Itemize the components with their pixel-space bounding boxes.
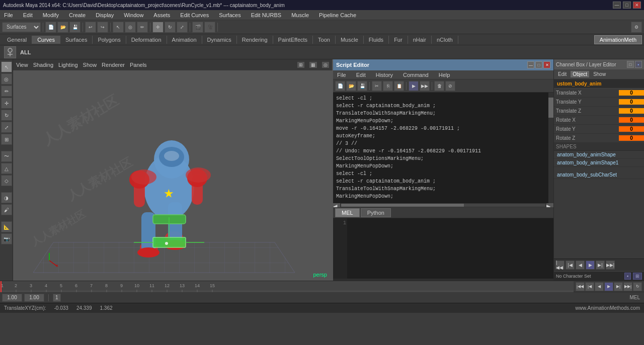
viewport[interactable]: View Shading Lighting Show Renderer Pane… bbox=[13, 59, 332, 281]
menu-modify[interactable]: Modify bbox=[41, 12, 61, 18]
se-copy-btn[interactable]: ⎘ bbox=[383, 81, 393, 91]
cb-translate-y-value[interactable]: 0 bbox=[619, 99, 644, 105]
menu-pipeline[interactable]: Pipeline Cache bbox=[317, 12, 358, 18]
menu-window[interactable]: Window bbox=[122, 12, 145, 18]
mode-dropdown[interactable]: Surfaces Polygons Animation Rendering bbox=[2, 22, 41, 32]
select-button[interactable]: ↖ bbox=[113, 22, 124, 33]
se-open-btn[interactable]: 📂 bbox=[346, 81, 356, 91]
menu-editnurbs[interactable]: Edit NURBS bbox=[249, 12, 284, 18]
select-tool-btn[interactable]: ↖ bbox=[1, 61, 12, 72]
step-back-btn[interactable]: |◀ bbox=[585, 282, 594, 291]
menu-assets[interactable]: Assets bbox=[151, 12, 172, 18]
se-scrollbar[interactable] bbox=[548, 93, 553, 203]
vp-lighting-menu[interactable]: Lighting bbox=[58, 62, 78, 68]
menu-edit[interactable]: Edit bbox=[21, 12, 35, 18]
menu-editcurves[interactable]: Edit Curves bbox=[178, 12, 211, 18]
cb-charset-icon[interactable]: ▪ bbox=[624, 273, 631, 280]
redo-button[interactable]: ↪ bbox=[97, 22, 108, 33]
universal-manip-btn[interactable]: ⊞ bbox=[1, 134, 12, 145]
vp-panels-menu[interactable]: Panels bbox=[130, 62, 147, 68]
step-fwd-btn[interactable]: ▶| bbox=[614, 282, 623, 291]
close-button[interactable]: ✕ bbox=[633, 2, 641, 9]
se-menu-edit[interactable]: Edit bbox=[354, 72, 368, 78]
scale-tool-btn[interactable]: ⤢ bbox=[1, 122, 12, 133]
cb-rotate-z-value[interactable]: 0 bbox=[619, 135, 644, 141]
minimize-button[interactable]: — bbox=[613, 2, 621, 9]
menu-display[interactable]: Display bbox=[94, 12, 116, 18]
se-menu-file[interactable]: File bbox=[335, 72, 348, 78]
se-code-input[interactable] bbox=[347, 218, 553, 279]
cb-step-fwd-btn[interactable]: ▶| bbox=[596, 261, 605, 270]
vp-renderer-menu[interactable]: Renderer bbox=[102, 62, 125, 68]
lasso-button[interactable]: ◎ bbox=[125, 22, 136, 33]
menu-surfaces[interactable]: Surfaces bbox=[217, 12, 243, 18]
tab-fur[interactable]: Fur bbox=[389, 36, 408, 44]
menu-create[interactable]: Create bbox=[67, 12, 88, 18]
cb-play-fwd-btn[interactable]: ▶ bbox=[586, 261, 595, 270]
rotate-tool-btn[interactable]: ↻ bbox=[1, 110, 12, 121]
start-frame-input[interactable] bbox=[2, 294, 22, 302]
se-exec-btn[interactable]: ▶ bbox=[409, 81, 419, 91]
se-save-btn[interactable]: 💾 bbox=[357, 81, 367, 91]
vp-icon-3[interactable]: ◎ bbox=[322, 62, 329, 68]
new-scene-button[interactable]: 📄 bbox=[45, 22, 56, 33]
se-paste-btn[interactable]: 📋 bbox=[394, 81, 404, 91]
end-frame-input[interactable] bbox=[24, 294, 44, 302]
viewport-canvas[interactable]: ★ persp Y X bbox=[13, 70, 332, 281]
se-clear-btn[interactable]: 🗑 bbox=[434, 81, 444, 91]
paint-btn[interactable]: 🖌 bbox=[1, 204, 12, 215]
cb-step-back-btn[interactable]: |◀ bbox=[566, 261, 575, 270]
skip-start-btn[interactable]: |◀◀ bbox=[576, 282, 585, 291]
vp-icon-1[interactable]: ⊞ bbox=[297, 62, 304, 68]
cb-btn-2[interactable]: ▪ bbox=[635, 61, 642, 68]
cb-skip-start-btn[interactable]: |◀◀ bbox=[555, 261, 565, 270]
se-hscroll[interactable]: ◀ ▶ bbox=[333, 203, 553, 207]
tab-curves[interactable]: Curves bbox=[32, 36, 60, 44]
cb-translate-z-value[interactable]: 0 bbox=[619, 108, 644, 114]
sculpt-btn[interactable]: ◑ bbox=[1, 192, 12, 203]
tab-paintfx[interactable]: PaintEffects bbox=[273, 36, 313, 44]
cb-play-back-btn[interactable]: ◀ bbox=[576, 261, 585, 270]
lasso-tool-btn[interactable]: ◎ bbox=[1, 73, 12, 84]
tab-nhair[interactable]: nHair bbox=[408, 36, 432, 44]
play-back-btn[interactable]: ◀ bbox=[595, 282, 604, 291]
ipr-button[interactable]: 🎥 bbox=[204, 22, 215, 33]
cb-rotate-x-value[interactable]: 0 bbox=[619, 117, 644, 123]
se-scrollbar-thumb[interactable] bbox=[548, 98, 553, 118]
settings-button[interactable]: ⚙ bbox=[631, 22, 642, 33]
save-button[interactable]: 💾 bbox=[69, 22, 80, 33]
open-button[interactable]: 📂 bbox=[57, 22, 68, 33]
se-menu-command[interactable]: Command bbox=[401, 72, 431, 78]
poly-btn[interactable]: △ bbox=[1, 163, 12, 174]
se-new-btn[interactable]: 📄 bbox=[335, 81, 345, 91]
tab-muscle[interactable]: Muscle bbox=[336, 36, 364, 44]
cb-node-3[interactable]: anatom_body_subCharSet bbox=[554, 171, 644, 179]
se-clear-hist-btn[interactable]: ⊘ bbox=[445, 81, 455, 91]
scale-button[interactable]: ⤢ bbox=[177, 22, 188, 33]
rotate-button[interactable]: ↻ bbox=[165, 22, 176, 33]
cb-tab-object[interactable]: Object bbox=[571, 71, 589, 77]
cb-tab-edit[interactable]: Edit bbox=[556, 71, 569, 77]
vp-icon-2[interactable]: ▦ bbox=[309, 62, 317, 68]
tab-animationmeth[interactable]: AnimationMeth bbox=[594, 35, 642, 44]
tab-surfaces[interactable]: Surfaces bbox=[60, 36, 93, 44]
se-hscroll-thumb[interactable] bbox=[341, 204, 464, 207]
vp-shading-menu[interactable]: Shading bbox=[33, 62, 53, 68]
tab-dynamics[interactable]: Dynamics bbox=[202, 36, 237, 44]
nurbs-btn[interactable]: ◇ bbox=[1, 175, 12, 186]
measure-btn[interactable]: 📐 bbox=[1, 221, 12, 232]
se-hscroll-right[interactable]: ▶ bbox=[546, 203, 553, 207]
cb-rotate-y-value[interactable]: 0 bbox=[619, 126, 644, 132]
cb-node-2[interactable]: anatom_body_animShape1 bbox=[554, 159, 644, 167]
channel-icon[interactable] bbox=[4, 46, 16, 58]
se-hscroll-left[interactable]: ◀ bbox=[333, 203, 340, 207]
tab-python[interactable]: Python bbox=[361, 208, 391, 217]
tab-rendering[interactable]: Rendering bbox=[237, 36, 273, 44]
tab-fluids[interactable]: Fluids bbox=[364, 36, 389, 44]
cb-node-1[interactable]: anatom_body_animShape bbox=[554, 151, 644, 159]
cb-btn-1[interactable]: □ bbox=[627, 61, 634, 68]
timeline-ruler[interactable]: 1 2 3 4 5 6 7 8 9 10 11 12 13 1 bbox=[0, 281, 574, 292]
cb-tab-show[interactable]: Show bbox=[591, 71, 608, 77]
menu-muscle[interactable]: Muscle bbox=[289, 12, 311, 18]
camera-btn[interactable]: 📷 bbox=[1, 233, 12, 244]
